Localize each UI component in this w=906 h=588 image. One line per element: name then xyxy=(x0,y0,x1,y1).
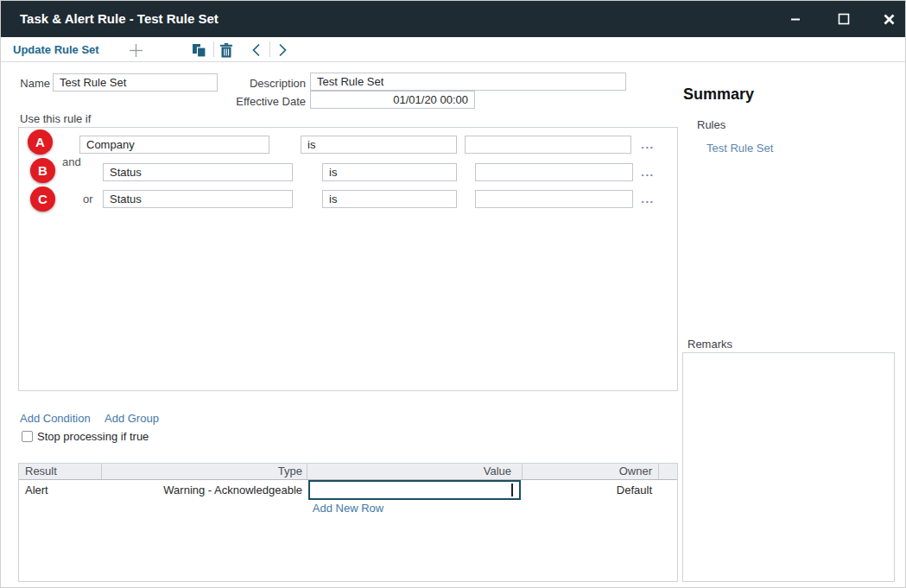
close-button[interactable] xyxy=(876,6,902,32)
result-cell: Alert xyxy=(25,480,98,500)
update-rule-set-button[interactable]: Update Rule Set xyxy=(13,37,99,62)
stop-processing-label: Stop processing if true xyxy=(37,430,149,443)
column-header-result: Result xyxy=(25,464,98,479)
task-alert-rule-window: Task & Alert Rule - Test Rule Set Update… xyxy=(0,0,906,588)
add-condition-button[interactable]: Add Condition xyxy=(20,412,91,425)
maximize-icon xyxy=(838,13,850,25)
name-input[interactable]: Test Rule Set xyxy=(53,73,218,92)
conjunction-label: and xyxy=(62,155,81,168)
next-record-button[interactable] xyxy=(276,41,289,59)
condition-operator-select[interactable]: is xyxy=(301,136,457,154)
summary-title: Summary xyxy=(683,85,754,104)
minimize-button[interactable] xyxy=(782,6,808,32)
condition-field-select[interactable]: Status xyxy=(103,190,293,208)
toolbar: Update Rule Set xyxy=(1,37,906,62)
stop-processing-checkbox[interactable] xyxy=(22,431,33,442)
condition-value-input[interactable] xyxy=(475,190,633,208)
condition-field-select[interactable]: Company xyxy=(79,136,269,154)
copy-button[interactable] xyxy=(190,41,207,59)
condition-operator-select[interactable]: is xyxy=(322,190,457,208)
toolbar-separator xyxy=(269,41,270,57)
window-title: Task & Alert Rule - Test Rule Set xyxy=(20,1,219,37)
value-cell-input[interactable] xyxy=(308,480,521,500)
type-cell[interactable]: Warning - Acknowledgeable xyxy=(101,480,302,500)
add-icon xyxy=(129,43,143,58)
name-label: Name xyxy=(1,77,50,90)
delete-button[interactable] xyxy=(218,41,235,59)
condition-operator-select[interactable]: is xyxy=(322,163,457,181)
condition-panel: A Company is ... and B Status is ... or … xyxy=(18,127,678,391)
column-header-value: Value xyxy=(307,464,511,479)
copy-icon xyxy=(192,43,206,58)
summary-rule-link[interactable]: Test Rule Set xyxy=(706,142,773,155)
description-input[interactable]: Test Rule Set xyxy=(310,73,626,91)
effective-date-label: Effective Date xyxy=(234,95,306,108)
maximize-button[interactable] xyxy=(831,6,857,32)
condition-field-select[interactable]: Status xyxy=(103,163,293,181)
condition-badge: A xyxy=(28,130,53,155)
owner-cell: Default xyxy=(522,480,652,500)
column-separator xyxy=(658,464,659,479)
use-this-rule-if-label: Use this rule if xyxy=(20,112,91,125)
condition-more-button[interactable]: ... xyxy=(637,136,659,154)
prev-record-button[interactable] xyxy=(249,41,263,59)
condition-more-button[interactable]: ... xyxy=(637,163,659,181)
effective-date-input[interactable]: 01/01/20 00:00 xyxy=(310,91,475,109)
results-table: Result Type Value Owner Alert Warning - … xyxy=(18,463,678,582)
description-label: Description xyxy=(234,77,306,90)
next-record-icon xyxy=(278,43,288,57)
conjunction-label: or xyxy=(83,193,93,205)
condition-badge: B xyxy=(30,158,55,183)
remarks-textarea[interactable] xyxy=(682,352,895,582)
text-cursor xyxy=(511,484,513,496)
rules-label: Rules xyxy=(697,118,725,131)
results-table-header: Result Type Value Owner xyxy=(19,464,677,480)
prev-record-icon xyxy=(251,43,261,57)
condition-value-input[interactable] xyxy=(475,163,633,181)
minimize-icon xyxy=(790,14,801,24)
condition-badge: C xyxy=(30,187,55,212)
add-new-row-button[interactable]: Add New Row xyxy=(19,502,677,515)
remarks-label: Remarks xyxy=(687,338,732,351)
column-header-type: Type xyxy=(101,464,302,479)
add-button[interactable] xyxy=(127,41,144,59)
toolbar-separator xyxy=(213,41,214,57)
add-group-button[interactable]: Add Group xyxy=(105,412,159,425)
delete-icon xyxy=(219,43,233,58)
close-icon xyxy=(884,14,895,25)
titlebar: Task & Alert Rule - Test Rule Set xyxy=(1,1,906,37)
condition-value-input[interactable] xyxy=(465,136,631,154)
column-header-owner: Owner xyxy=(522,464,652,479)
condition-more-button[interactable]: ... xyxy=(637,190,659,208)
